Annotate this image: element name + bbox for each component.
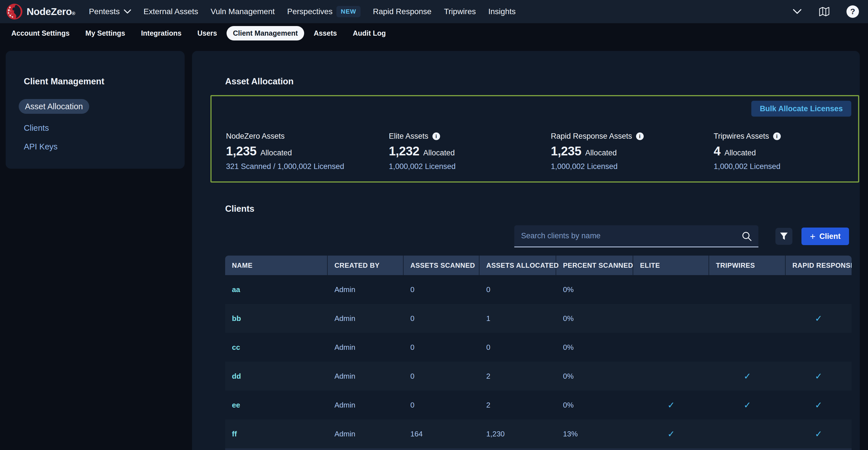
rapid-response-check: ✓ [785,362,851,391]
elite-check: ✓ [633,419,709,448]
client-name-link[interactable]: dd [225,362,328,391]
cell-created-by: Admin [328,304,404,333]
sidebar-item-asset-allocation[interactable]: Asset Allocation [19,99,89,114]
cell-percent-scanned: 0% [556,391,633,419]
asset-card-label: Rapid Response Assets [551,132,632,141]
info-icon[interactable]: i [636,132,644,140]
nav-item-insights[interactable]: Insights [488,7,516,16]
asset-card-nodezero: NodeZero Assets 1,235 Allocated 321 Scan… [226,132,344,171]
table-row[interactable]: cc Admin 0 0 0% [225,333,851,362]
main-content-card: Asset Allocation Bulk Allocate Licenses … [192,51,860,450]
cell-percent-scanned: 0% [556,333,633,362]
cell-assets-scanned: 0 [404,275,479,304]
nav-item-external-assets[interactable]: External Assets [144,7,198,16]
rapid-response-check: ✓ [785,304,851,333]
cell-assets-allocated: 0 [479,333,556,362]
cell-assets-allocated: 0 [479,275,556,304]
asset-allocation-title: Asset Allocation [225,76,294,87]
asset-allocated-unit: Allocated [585,149,617,157]
clients-title: Clients [225,204,254,214]
subnav-users[interactable]: Users [191,26,223,40]
header-assets-allocated[interactable]: ASSETS ALLOCATED [479,256,556,275]
cell-created-by: Admin [328,333,404,362]
header-name[interactable]: NAME [225,256,328,275]
header-rapid-response[interactable]: RAPID RESPONSE [785,256,851,275]
nav-item-rapid-response[interactable]: Rapid Response [373,7,432,16]
asset-licensed-text: 1,000,002 Licensed [389,162,456,171]
asset-allocated-unit: Allocated [724,149,756,157]
header-elite[interactable]: ELITE [633,256,709,275]
info-icon[interactable]: i [432,132,440,140]
cell-assets-scanned: 0 [404,362,479,391]
client-name-link[interactable]: bb [225,304,328,333]
subnav-audit-log[interactable]: Audit Log [347,26,392,40]
client-name-link[interactable]: aa [225,275,328,304]
subnav-client-management[interactable]: Client Management [226,26,304,40]
clients-table-header: NAME CREATED BY ASSETS SCANNED ASSETS AL… [225,256,851,275]
client-management-sidebar: Client Management Asset Allocation Clien… [6,51,185,169]
header-tripwires[interactable]: TRIPWIRES [709,256,785,275]
asset-card-tripwires: Tripwires Assets i 4 Allocated 1,000,002… [714,132,781,171]
nav-item-pentests[interactable]: Pentests [89,7,131,16]
cell-percent-scanned: 13% [556,419,633,448]
bulk-allocate-licenses-button[interactable]: Bulk Allocate Licenses [751,101,851,117]
subnav-account-settings[interactable]: Account Settings [5,26,76,40]
client-name-link[interactable]: ff [225,419,328,448]
plus-icon: + [810,232,815,241]
nav-item-vuln-management[interactable]: Vuln Management [211,7,275,16]
subnav-my-settings[interactable]: My Settings [79,26,131,40]
table-row[interactable]: aa Admin 0 0 0% [225,275,851,304]
asset-allocated-value: 4 [714,144,720,158]
elite-check [633,275,709,304]
elite-check [633,362,709,391]
chevron-down-icon [124,9,131,14]
header-assets-scanned[interactable]: ASSETS SCANNED [404,256,479,275]
client-name-link[interactable]: ee [225,391,328,419]
table-row[interactable]: bb Admin 0 1 0% ✓ [225,304,851,333]
topbar-right-controls: ? [793,5,861,18]
sidebar-item-clients[interactable]: Clients [24,122,49,134]
tripwires-check [709,275,785,304]
help-icon[interactable]: ? [846,5,859,18]
cell-assets-allocated: 2 [479,362,556,391]
add-client-label: Client [819,232,840,241]
filter-funnel-icon [779,231,789,241]
asset-allocated-unit: Allocated [423,149,455,157]
search-clients-input[interactable] [514,225,758,247]
header-percent-scanned[interactable]: PERCENT SCANNED [556,256,633,275]
header-created-by[interactable]: CREATED BY [328,256,404,275]
asset-card-label: Elite Assets [389,132,429,141]
asset-card-label: Tripwires Assets [714,132,769,141]
subnav-assets[interactable]: Assets [308,26,343,40]
tripwires-check [709,304,785,333]
client-name-link[interactable]: cc [225,333,328,362]
account-chevron-down-icon[interactable] [793,9,802,14]
subnav-integrations[interactable]: Integrations [135,26,188,40]
table-row[interactable]: dd Admin 0 2 0% ✓ ✓ [225,362,851,391]
tripwires-check [709,419,785,448]
nav-item-perspectives[interactable]: Perspectives NEW [287,6,361,17]
cell-assets-allocated: 1,230 [479,419,556,448]
cell-percent-scanned: 0% [556,304,633,333]
cell-percent-scanned: 0% [556,275,633,304]
brand-logo[interactable]: NodeZero® [6,3,75,20]
search-icon[interactable] [741,231,752,242]
info-icon[interactable]: i [773,132,781,140]
asset-allocated-value: 1,232 [389,144,420,158]
tripwires-check [709,333,785,362]
asset-card-label: NodeZero Assets [226,132,285,141]
next-row-sliver [225,448,851,450]
map-icon[interactable] [818,6,830,18]
filter-button[interactable] [775,228,793,245]
sidebar-item-api-keys[interactable]: API Keys [24,141,58,152]
nav-item-tripwires[interactable]: Tripwires [444,7,476,16]
clients-table-body: aa Admin 0 0 0% bb Admin 0 1 0% ✓ cc [225,275,851,448]
add-client-button[interactable]: + Client [801,228,849,245]
rapid-response-check [785,275,851,304]
asset-allocated-unit: Allocated [260,149,292,157]
table-row[interactable]: ee Admin 0 2 0% ✓ ✓ ✓ [225,391,851,419]
table-row[interactable]: ff Admin 164 1,230 13% ✓ ✓ [225,419,851,448]
asset-allocated-value: 1,235 [226,144,256,158]
asset-licensed-text: 1,000,002 Licensed [551,162,644,171]
asset-licensed-text: 321 Scanned / 1,000,002 Licensed [226,162,344,171]
